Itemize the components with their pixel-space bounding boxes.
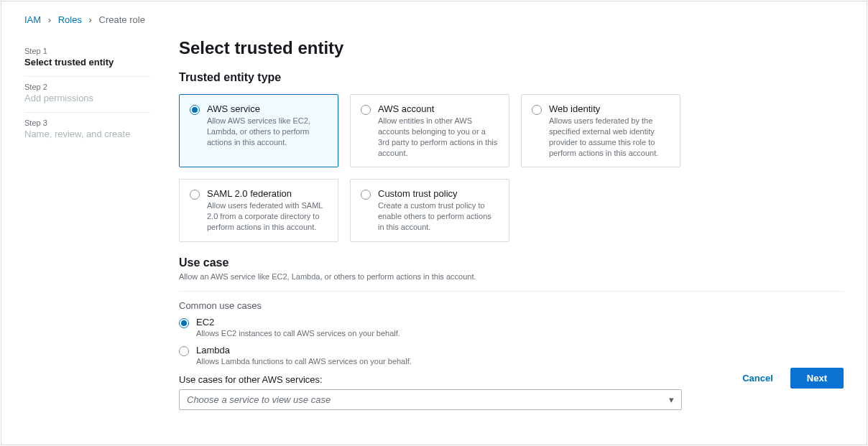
wizard-footer: Cancel Next xyxy=(735,368,844,389)
entity-card-web-identity[interactable]: Web identity Allows users federated by t… xyxy=(521,94,680,167)
use-case-option-ec2[interactable]: EC2 Allows EC2 instances to call AWS ser… xyxy=(179,317,844,338)
service-select[interactable]: Choose a service to view use case ▾ xyxy=(179,389,682,410)
chevron-right-icon: › xyxy=(48,14,51,25)
wizard-stepper: Step 1 Select trusted entity Step 2 Add … xyxy=(24,38,150,410)
step-title: Name, review, and create xyxy=(24,129,150,139)
entity-card-aws-account[interactable]: AWS account Allow entities in other AWS … xyxy=(350,94,509,167)
use-case-subtitle: Allow an AWS service like EC2, Lambda, o… xyxy=(179,272,844,281)
breadcrumb-iam[interactable]: IAM xyxy=(24,14,41,25)
card-title: SAML 2.0 federation xyxy=(207,188,328,199)
card-title: AWS service xyxy=(207,103,328,114)
trusted-entity-options: AWS service Allow AWS services like EC2,… xyxy=(179,94,844,242)
option-title: Lambda xyxy=(196,345,844,356)
option-title: EC2 xyxy=(196,317,844,327)
step-1: Step 1 Select trusted entity xyxy=(24,41,150,77)
radio-icon xyxy=(190,190,200,200)
divider xyxy=(179,291,844,292)
step-title: Add permissions xyxy=(24,93,150,103)
step-number: Step 2 xyxy=(24,83,150,91)
use-case-option-lambda[interactable]: Lambda Allows Lambda functions to call A… xyxy=(179,345,844,366)
section-use-case: Use case xyxy=(179,256,844,269)
step-number: Step 1 xyxy=(24,47,150,55)
radio-icon xyxy=(361,105,371,115)
breadcrumb-roles[interactable]: Roles xyxy=(58,14,82,25)
breadcrumb: IAM › Roles › Create role xyxy=(1,1,867,25)
card-title: AWS account xyxy=(378,103,499,114)
step-number: Step 3 xyxy=(24,119,150,127)
radio-icon xyxy=(361,190,371,200)
step-title: Select trusted entity xyxy=(24,57,150,68)
card-title: Web identity xyxy=(549,103,670,114)
card-title: Custom trust policy xyxy=(378,188,499,199)
chevron-right-icon: › xyxy=(89,14,92,25)
page-title: Select trusted entity xyxy=(179,38,844,58)
card-desc: Create a custom trust policy to enable o… xyxy=(378,200,499,233)
card-desc: Allow users federated with SAML 2.0 from… xyxy=(207,200,328,233)
radio-icon xyxy=(532,105,542,115)
entity-card-saml-federation[interactable]: SAML 2.0 federation Allow users federate… xyxy=(179,179,338,242)
step-3: Step 3 Name, review, and create xyxy=(24,113,150,148)
card-desc: Allow entities in other AWS accounts bel… xyxy=(378,116,499,158)
breadcrumb-current: Create role xyxy=(99,14,145,25)
option-desc: Allows EC2 instances to call AWS service… xyxy=(196,329,844,338)
entity-card-aws-service[interactable]: AWS service Allow AWS services like EC2,… xyxy=(179,94,338,167)
radio-icon xyxy=(179,318,189,328)
cancel-button[interactable]: Cancel xyxy=(735,368,780,388)
entity-card-custom-trust-policy[interactable]: Custom trust policy Create a custom trus… xyxy=(350,179,509,242)
step-2: Step 2 Add permissions xyxy=(24,77,150,113)
radio-icon xyxy=(190,105,200,115)
caret-down-icon: ▾ xyxy=(669,394,674,405)
radio-icon xyxy=(179,346,189,356)
option-desc: Allows Lambda functions to call AWS serv… xyxy=(196,357,844,366)
select-placeholder: Choose a service to view use case xyxy=(187,394,331,405)
card-desc: Allow AWS services like EC2, Lambda, or … xyxy=(207,116,328,148)
card-desc: Allows users federated by the specified … xyxy=(549,116,670,158)
next-button[interactable]: Next xyxy=(790,368,844,389)
section-trusted-entity-type: Trusted entity type xyxy=(179,71,844,84)
common-use-cases-label: Common use cases xyxy=(179,300,844,311)
